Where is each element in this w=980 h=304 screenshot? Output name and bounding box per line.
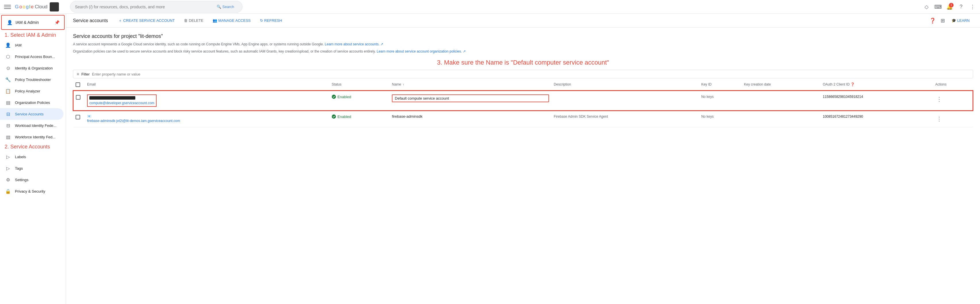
row2-oauth2-cell: 100851672481273449290 xyxy=(821,111,933,127)
hamburger-menu[interactable] xyxy=(2,2,13,12)
learn-more-org-policies-link[interactable]: Learn more about service account organiz… xyxy=(377,49,466,54)
email-header: Email xyxy=(87,82,95,86)
manage-icon: 👥 xyxy=(213,18,217,23)
row1-key-creation-cell xyxy=(741,91,820,111)
diamond-icon-btn[interactable]: ◇ xyxy=(921,2,932,12)
help-circle-btn[interactable]: ❓ xyxy=(928,16,938,26)
sidebar-item-tags[interactable]: ▷ Tags xyxy=(0,163,64,174)
select-all-checkbox[interactable] xyxy=(76,82,80,87)
sidebar-item-principal-access[interactable]: ⬡ Principal Access Boun... xyxy=(0,51,64,62)
sort-ascending-icon: ↑ xyxy=(403,83,404,86)
col-checkbox xyxy=(73,78,85,91)
sidebar-item-workload-identity[interactable]: ⊟ Workload Identity Fede... xyxy=(0,120,64,131)
row1-key-id-cell: No keys xyxy=(699,91,742,111)
sidebar-item-service-accounts[interactable]: ⊟ Service Accounts xyxy=(0,108,64,120)
row1-name-cell: Default compute service account xyxy=(390,91,551,111)
row2-email-link[interactable]: firebase-adminsdk-jvt2t@lit-demos.iam.gs… xyxy=(87,119,180,123)
logo-cloud-text: Cloud xyxy=(35,4,48,10)
sidebar-item-org-policies[interactable]: ▤ Organization Policies xyxy=(0,97,64,108)
terminal-icon-btn[interactable]: ⌨ xyxy=(933,2,943,12)
notification-btn[interactable]: 🔔 1 xyxy=(944,2,955,12)
sidebar-item-policy-analyzer[interactable]: 📋 Policy Analyzer xyxy=(0,85,64,97)
product-avatar xyxy=(50,2,59,11)
sidebar-item-settings[interactable]: ⚙ Settings xyxy=(0,174,64,185)
content: Service accounts for project "lit-demos"… xyxy=(66,28,980,304)
diamond-icon: ◇ xyxy=(924,4,929,10)
row1-actions-btn[interactable]: ⋮ xyxy=(935,95,943,104)
service-accounts-table: Email Status Name ↑ Description Key ID K… xyxy=(73,78,973,127)
row1-status-text: Enabled xyxy=(337,95,351,99)
row1-email-link[interactable]: compute@developer.gserviceaccount.com xyxy=(89,101,154,105)
learn-more-service-accounts-link[interactable]: Learn more about service accounts. ↗ xyxy=(325,42,383,46)
learn-btn[interactable]: 🎓 LEARN xyxy=(948,17,973,24)
more-icon: ⋮ xyxy=(970,4,975,10)
col-status: Status xyxy=(329,78,390,91)
table-header: Email Status Name ↑ Description Key ID K… xyxy=(73,78,973,91)
search-box: 🔍 Search xyxy=(70,1,242,13)
search-button[interactable]: 🔍 Search xyxy=(213,3,238,11)
filter-input[interactable] xyxy=(92,72,969,76)
row2-status: Enabled xyxy=(332,114,387,119)
svg-point-1 xyxy=(332,114,336,119)
help-btn[interactable]: ? xyxy=(956,2,966,12)
col-oauth2: OAuth 2 Client ID ❓ xyxy=(821,78,933,91)
col-email: Email xyxy=(85,78,329,91)
table-body: compute@developer.gserviceaccount.com En… xyxy=(73,91,973,127)
delete-btn[interactable]: 🗑 DELETE xyxy=(180,17,207,24)
analyzer-icon: 📋 xyxy=(5,87,11,95)
oauth2-help-icon[interactable]: ❓ xyxy=(850,82,855,86)
sidebar-item-labels[interactable]: ▷ Labels xyxy=(0,151,64,163)
columns-icon: ⊞ xyxy=(941,17,945,24)
row2-actions-btn[interactable]: ⋮ xyxy=(935,114,943,124)
sidebar-item-workforce-identity[interactable]: ▤ Workforce Identity Fed... xyxy=(0,131,64,142)
topbar-right: ◇ ⌨ 🔔 1 ? ⋮ xyxy=(921,2,978,12)
logo-g-blue2: g xyxy=(26,4,29,10)
row2-status-cell: Enabled xyxy=(329,111,390,127)
sidebar-item-identity-org[interactable]: ⊙ compute@developer.gserviceaccount.com … xyxy=(0,62,64,74)
row2-key-id-cell: No keys xyxy=(699,111,742,127)
row2-checkbox[interactable] xyxy=(76,115,80,119)
org-policies-icon: ▤ xyxy=(5,99,11,106)
row2-description: Firebase Admin SDK Service Agent xyxy=(554,114,608,119)
search-icon: 🔍 xyxy=(216,5,221,9)
search-input[interactable] xyxy=(75,5,213,9)
help-icon: ? xyxy=(959,4,963,10)
principal-label: Principal Access Boun... xyxy=(15,55,55,59)
oauth2-header: OAuth 2 Client ID xyxy=(823,82,850,86)
svg-point-0 xyxy=(332,95,336,99)
actions-header: Actions xyxy=(935,82,947,86)
sidebar-item-iam[interactable]: 👤 IAM xyxy=(0,39,64,51)
row1-key-id: No keys xyxy=(701,95,714,99)
logo-g-red: o xyxy=(19,4,22,10)
manage-access-btn[interactable]: 👥 MANAGE ACCESS xyxy=(209,17,254,24)
iam-icon: 👤 xyxy=(5,42,11,49)
row2-name: firebase-adminsdk xyxy=(392,114,422,119)
description1-text: A service account represents a Google Cl… xyxy=(73,42,324,46)
status-header: Status xyxy=(332,82,341,86)
col-name[interactable]: Name ↑ xyxy=(390,78,551,91)
row1-name-box: Default compute service account xyxy=(392,95,549,102)
notification-badge: 1 xyxy=(949,3,954,8)
firebase-icon: 📧 xyxy=(87,114,91,118)
refresh-icon: ↻ xyxy=(260,18,263,23)
refresh-btn[interactable]: ↻ REFRESH xyxy=(256,17,286,24)
service-accounts-icon: ⊟ xyxy=(5,111,11,117)
description1: A service account represents a Google Cl… xyxy=(73,42,973,47)
sidebar-item-policy-troubleshooter[interactable]: 🔧 Policy Troubleshooter xyxy=(0,74,64,85)
more-options-btn[interactable]: ⋮ xyxy=(967,2,978,12)
key-id-header: Key ID xyxy=(701,82,712,86)
sidebar-item-privacy-security[interactable]: 🔒 Privacy & Security xyxy=(0,185,64,197)
org-policies-label: Organization Policies xyxy=(15,100,50,105)
row1-description-cell xyxy=(551,91,699,111)
key-creation-header: Key creation date xyxy=(744,82,770,86)
help-circle-icon: ❓ xyxy=(929,17,936,24)
create-service-account-btn[interactable]: ＋ CREATE SERVICE ACCOUNT xyxy=(115,16,178,25)
column-options-btn[interactable]: ⊞ xyxy=(938,16,948,26)
tags-label: Tags xyxy=(15,166,23,171)
name-header: Name xyxy=(392,82,401,86)
sidebar-header[interactable]: 👤 IAM & Admin 📌 xyxy=(1,15,65,30)
row1-actions-cell: ⋮ xyxy=(933,91,973,111)
row1-checkbox[interactable] xyxy=(76,95,80,100)
col-key-creation: Key creation date xyxy=(741,78,820,91)
annotation-step2: 2. Service Accounts xyxy=(0,142,66,151)
